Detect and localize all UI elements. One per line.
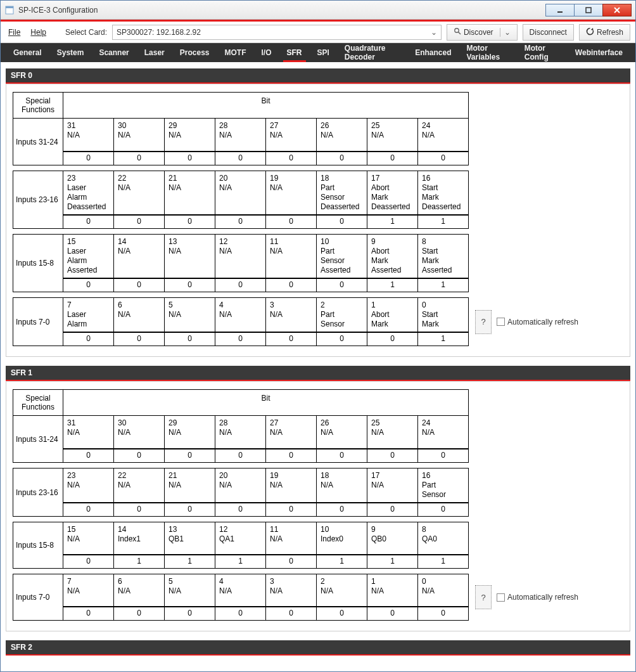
- auto-refresh-checkbox[interactable]: Automatically refresh: [497, 318, 578, 326]
- main-toolbar: File Help Select Card: SP300027: 192.168…: [1, 22, 635, 43]
- bit-value: 0: [215, 449, 266, 463]
- help-button[interactable]: ?: [475, 310, 492, 334]
- section-header: SFR 2: [6, 640, 630, 656]
- bit-cell: 6N/A: [114, 574, 165, 607]
- bit-value: 0: [317, 449, 367, 463]
- bit-cell: 17N/A: [367, 468, 418, 503]
- bit-cell: 19N/A: [266, 468, 317, 503]
- bit-cell: 27N/A: [266, 119, 317, 152]
- bit-cell: 31N/A: [63, 119, 114, 152]
- bit-value: 0: [215, 332, 266, 346]
- tab-scanner[interactable]: Scanner: [91, 43, 136, 62]
- tab-spi[interactable]: SPI: [310, 43, 337, 62]
- bit-value: 1: [418, 278, 469, 292]
- bit-value: 0: [266, 503, 317, 517]
- help-button[interactable]: ?: [475, 585, 492, 609]
- discover-dropdown-icon[interactable]: ⌄: [500, 28, 511, 37]
- bit-cell: 7N/A: [63, 574, 114, 607]
- svg-line-7: [458, 32, 461, 35]
- disconnect-button[interactable]: Disconnect: [523, 24, 574, 41]
- tab-sfr[interactable]: SFR: [279, 43, 310, 62]
- tab-process[interactable]: Process: [172, 43, 217, 62]
- inputs-row-label: Inputs 7-0: [13, 574, 63, 621]
- bit-cell: 16PartSensor: [418, 468, 469, 503]
- bit-cell: 30N/A: [114, 416, 165, 449]
- bit-cell: 1AbortMark: [367, 297, 418, 332]
- bit-cell: 29N/A: [165, 416, 215, 449]
- bit-value: 0: [367, 503, 418, 517]
- minimize-button[interactable]: [545, 4, 575, 16]
- bit-value: 0: [215, 215, 266, 229]
- bit-value: 1: [114, 555, 165, 569]
- refresh-button[interactable]: Refresh: [579, 24, 630, 41]
- bit-cell: 23N/A: [63, 468, 114, 503]
- bit-cell: 12QA1: [215, 522, 266, 555]
- menu-help[interactable]: Help: [28, 27, 49, 38]
- tab-motf[interactable]: MOTF: [217, 43, 254, 62]
- bit-grid: Inputs 23-1623LaserAlarmDeasserted22N/A2…: [13, 171, 469, 229]
- bit-value: 0: [266, 332, 317, 346]
- tab-motor-config[interactable]: Motor Config: [517, 43, 568, 62]
- tab-system[interactable]: System: [49, 43, 92, 62]
- bit-value: 0: [63, 555, 114, 569]
- bit-cell: 4N/A: [215, 574, 266, 607]
- bit-cell: 22N/A: [114, 171, 165, 215]
- bit-value: 0: [165, 607, 215, 621]
- bit-value: 0: [367, 332, 418, 346]
- section-panel: Special FunctionsBitInputs 31-2431N/A30N…: [6, 381, 630, 631]
- maximize-button[interactable]: [574, 4, 603, 16]
- tab-enhanced[interactable]: Enhanced: [407, 43, 459, 62]
- inputs-row-label: Inputs 7-0: [13, 297, 63, 346]
- bit-value: 0: [114, 152, 165, 165]
- search-icon: [454, 27, 461, 37]
- tab-quadrature-decoder[interactable]: Quadrature Decoder: [337, 43, 407, 62]
- bit-cell: 14Index1: [114, 522, 165, 555]
- tab-motor-variables[interactable]: Motor Variables: [459, 43, 517, 62]
- tab-webinterface[interactable]: Webinterface: [568, 43, 630, 62]
- bit-value: 0: [165, 503, 215, 517]
- tab-laser[interactable]: Laser: [137, 43, 172, 62]
- bit-cell: 25N/A: [367, 416, 418, 449]
- bit-value: 0: [317, 607, 367, 621]
- bit-value: 1: [418, 332, 469, 346]
- bit-value: 0: [317, 152, 367, 165]
- bit-cell: 15LaserAlarmAsserted: [63, 234, 114, 278]
- close-button[interactable]: [602, 4, 632, 16]
- bit-value: 1: [418, 555, 469, 569]
- svg-rect-3: [586, 8, 591, 13]
- bit-value: 0: [317, 215, 367, 229]
- bit-grid: Inputs 7-07LaserAlarm6N/A5N/A4N/A3N/A2Pa…: [13, 297, 469, 346]
- discover-button[interactable]: Discover ⌄: [447, 24, 518, 41]
- auto-refresh-checkbox[interactable]: Automatically refresh: [497, 593, 578, 602]
- section-header: SFR 1: [6, 366, 630, 381]
- bit-cell: 21N/A: [165, 171, 215, 215]
- bit-value: 0: [63, 607, 114, 621]
- bit-value: 0: [317, 503, 367, 517]
- bit-header: Bit: [63, 389, 469, 416]
- bit-value: 0: [215, 503, 266, 517]
- bit-value: 0: [215, 278, 266, 292]
- bit-value: 0: [63, 278, 114, 292]
- bit-value: 0: [266, 215, 317, 229]
- bit-cell: 9AbortMarkAsserted: [367, 234, 418, 278]
- bit-value: 0: [63, 449, 114, 463]
- window-title: SP-ICE-3 Configuration: [18, 6, 98, 15]
- inputs-row-label: Inputs 23-16: [13, 171, 63, 229]
- bit-value: 0: [165, 215, 215, 229]
- bit-value: 1: [317, 555, 367, 569]
- menu-file[interactable]: File: [6, 27, 23, 38]
- bit-cell: 15N/A: [63, 522, 114, 555]
- content-scroll-area[interactable]: SFR 0Special FunctionsBitInputs 31-2431N…: [1, 62, 635, 672]
- tab-general[interactable]: General: [6, 43, 49, 62]
- inputs-row-label: Inputs 23-16: [13, 468, 63, 517]
- inputs-row-label: Inputs 15-8: [13, 522, 63, 569]
- tab-i/o[interactable]: I/O: [254, 43, 279, 62]
- select-card-label: Select Card:: [65, 28, 107, 37]
- bit-cell: 13QB1: [165, 522, 215, 555]
- bit-value: 0: [165, 278, 215, 292]
- bit-value: 0: [266, 152, 317, 165]
- svg-point-6: [455, 29, 459, 32]
- card-select-dropdown[interactable]: SP300027: 192.168.2.92 ⌄: [112, 25, 442, 40]
- bit-value: 0: [114, 278, 165, 292]
- bit-grid: Special FunctionsBitInputs 31-2431N/A30N…: [13, 92, 469, 165]
